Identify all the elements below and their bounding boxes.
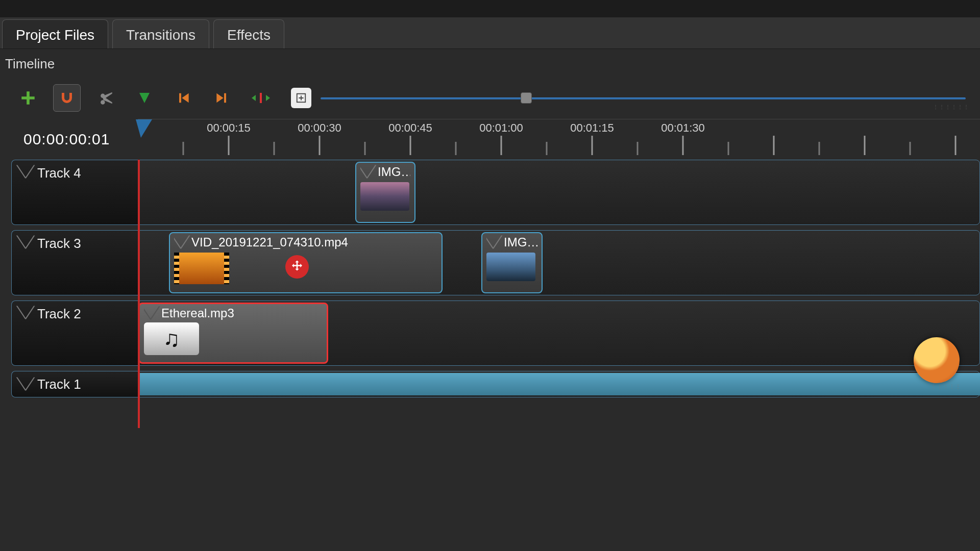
center-icon — [251, 90, 271, 106]
scissors-icon — [97, 89, 114, 107]
ruler-label: 00:00:15 — [207, 121, 251, 135]
ruler-tick — [546, 142, 548, 155]
chevron-down-icon: ╲╱ — [144, 307, 159, 320]
chevron-down-icon: ╲╱ — [360, 165, 376, 179]
chevron-down-icon: ╲╱ — [17, 236, 34, 249]
razor-button[interactable] — [92, 84, 119, 112]
time-readout: 00:00:00:01 — [11, 119, 138, 160]
chevron-down-icon: ╲╱ — [174, 236, 189, 249]
magnet-icon — [59, 90, 75, 106]
zoom-slider-thumb[interactable] — [521, 92, 532, 104]
timeline: 00:00:00:01 00:00:1500:00:3000:00:4500:0… — [0, 119, 980, 397]
move-cursor-icon — [285, 255, 309, 279]
tab-project-files[interactable]: Project Files — [2, 19, 108, 48]
add-track-button[interactable] — [14, 84, 42, 112]
ruler-tick — [592, 136, 593, 155]
add-marker-button[interactable] — [131, 84, 158, 112]
track-label: Track 1 — [37, 377, 81, 392]
prev-marker-button[interactable] — [169, 84, 197, 112]
ruler-tick — [183, 142, 184, 155]
resize-grip-icon[interactable]: ⋮⋮⋮⋮⋮ — [931, 384, 962, 389]
marker-icon — [137, 90, 152, 106]
zoom-slider[interactable] — [321, 95, 966, 101]
zoom-slider-track — [321, 97, 966, 99]
track-label: Track 4 — [37, 165, 81, 181]
clip-thumbnail — [486, 253, 535, 281]
playhead-line[interactable] — [138, 160, 140, 428]
ruler-label: 00:01:15 — [570, 121, 614, 135]
chevron-down-icon: ╲╱ — [17, 165, 34, 179]
svg-rect-0 — [260, 93, 262, 103]
ruler-label: 00:01:00 — [479, 121, 523, 135]
track-header-1[interactable]: ╲╱ Track 1 — [11, 371, 138, 397]
clip-image-track3[interactable]: ╲╱IMG… — [481, 232, 543, 293]
tab-transitions[interactable]: Transitions — [112, 19, 209, 48]
music-icon: ♫ — [144, 322, 199, 355]
clip-full-track1[interactable] — [138, 373, 980, 395]
track-body-4[interactable]: ╲╱IMG… — [138, 160, 980, 225]
ruler-tick — [410, 136, 411, 155]
ruler-label: 00:01:30 — [661, 121, 705, 135]
ruler-tick — [682, 136, 684, 155]
track-header-3[interactable]: ╲╱ Track 3 — [11, 230, 138, 295]
clip-label: VID_20191221_074310.mp4 — [191, 235, 348, 249]
ruler-tick — [319, 136, 321, 155]
panel-tabbar: Project Files Transitions Effects — [0, 17, 980, 49]
clip-label: Ethereal.mp3 — [161, 306, 234, 320]
track-body-2[interactable]: ╲╱Ethereal.mp3 ♫ — [138, 300, 980, 366]
track-body-1[interactable] — [138, 371, 980, 397]
ruler-tick — [455, 142, 457, 155]
zoom-plus-icon — [296, 92, 307, 104]
track-header-2[interactable]: ╲╱ Track 2 — [11, 300, 138, 366]
tab-effects[interactable]: Effects — [213, 19, 284, 48]
ruler-tick — [274, 142, 275, 155]
ruler-tick — [637, 142, 639, 155]
clip-audio-track2[interactable]: ╲╱Ethereal.mp3 ♫ — [138, 303, 328, 364]
time-ruler[interactable]: 00:00:1500:00:3000:00:4500:01:0000:01:15… — [138, 119, 980, 160]
prev-icon — [175, 90, 191, 106]
chevron-down-icon: ╲╱ — [486, 236, 502, 249]
track-body-3[interactable]: ╲╱VID_20191221_074310.mp4 ╲╱IMG… — [138, 230, 980, 295]
ruler-tick — [501, 136, 502, 155]
panel-grip-icon[interactable]: ⋮⋮⋮⋮⋮⋮ — [933, 104, 970, 110]
plus-icon — [19, 89, 37, 107]
clip-thumbnail — [360, 182, 409, 211]
chevron-down-icon: ╲╱ — [17, 306, 34, 319]
next-icon — [214, 90, 230, 106]
playhead-flag-icon[interactable] — [136, 119, 152, 138]
clip-thumbnail — [174, 253, 229, 284]
ruler-tick — [364, 142, 366, 155]
track-header-4[interactable]: ╲╱ Track 4 — [11, 160, 138, 225]
track-label: Track 2 — [37, 306, 81, 322]
ruler-label: 00:00:30 — [298, 121, 341, 135]
zoom-in-button[interactable] — [291, 88, 311, 108]
snap-toggle-button[interactable] — [53, 84, 81, 112]
center-playhead-button[interactable] — [247, 84, 275, 112]
timeline-toolbar — [0, 75, 980, 119]
app-topbar — [0, 0, 980, 17]
ruler-label: 00:00:45 — [388, 121, 432, 135]
ruler-tick — [228, 136, 230, 155]
clip-label: IMG… — [378, 165, 410, 179]
chevron-down-icon: ╲╱ — [17, 378, 34, 391]
clip-image-track4[interactable]: ╲╱IMG… — [355, 162, 415, 223]
next-marker-button[interactable] — [208, 84, 236, 112]
panel-title: Timeline — [0, 49, 980, 75]
app-logo-icon — [914, 337, 960, 383]
clip-label: IMG… — [504, 235, 537, 249]
track-label: Track 3 — [37, 236, 81, 252]
